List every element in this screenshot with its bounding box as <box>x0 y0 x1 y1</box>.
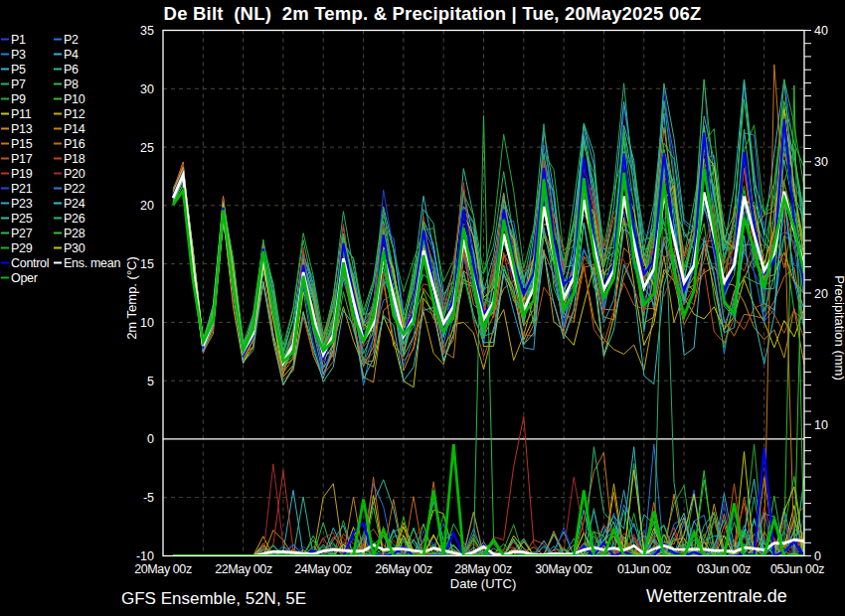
svg-text:10: 10 <box>140 316 154 330</box>
svg-text:GFS Ensemble, 52N, 5E: GFS Ensemble, 52N, 5E <box>121 589 306 608</box>
svg-text:28May 00z: 28May 00z <box>454 562 512 576</box>
svg-text:P21: P21 <box>11 182 33 196</box>
svg-text:40: 40 <box>814 24 828 38</box>
svg-text:35: 35 <box>140 24 154 38</box>
svg-text:Control: Control <box>11 256 49 270</box>
svg-text:-10: -10 <box>136 549 154 563</box>
svg-text:Oper: Oper <box>11 271 38 285</box>
svg-text:P27: P27 <box>11 227 33 240</box>
svg-text:P16: P16 <box>64 137 85 151</box>
svg-text:01Jun 00z: 01Jun 00z <box>617 562 671 576</box>
svg-text:De Bilt (NL) 2m Temp. & Prec: De Bilt (NL) 2m Temp. & Precipitation | … <box>164 3 702 24</box>
svg-text:P23: P23 <box>11 197 33 211</box>
svg-text:P15: P15 <box>11 137 33 151</box>
svg-text:30: 30 <box>140 82 154 96</box>
svg-text:P22: P22 <box>64 182 85 196</box>
svg-text:P18: P18 <box>64 152 85 166</box>
svg-text:P14: P14 <box>64 122 85 136</box>
svg-text:30: 30 <box>814 155 828 169</box>
svg-text:22May 00z: 22May 00z <box>215 562 272 576</box>
svg-text:5: 5 <box>147 375 154 388</box>
svg-text:P4: P4 <box>64 48 79 62</box>
svg-text:P3: P3 <box>11 48 26 62</box>
svg-text:20: 20 <box>140 199 154 213</box>
svg-text:P7: P7 <box>11 77 26 91</box>
svg-text:25: 25 <box>140 141 154 155</box>
svg-text:P13: P13 <box>11 122 33 136</box>
svg-text:P28: P28 <box>64 227 85 240</box>
svg-text:20: 20 <box>814 287 828 301</box>
svg-text:P10: P10 <box>64 92 85 106</box>
svg-text:05Jun 00z: 05Jun 00z <box>770 562 824 576</box>
svg-text:P20: P20 <box>64 167 85 181</box>
svg-text:-5: -5 <box>143 491 154 505</box>
svg-text:2m Temp. (°C): 2m Temp. (°C) <box>124 256 139 340</box>
svg-text:03Jun 00z: 03Jun 00z <box>697 562 751 576</box>
svg-text:Ens. mean: Ens. mean <box>64 256 120 270</box>
svg-text:P5: P5 <box>11 63 26 77</box>
svg-text:P24: P24 <box>64 197 85 211</box>
svg-text:30May 00z: 30May 00z <box>535 562 592 576</box>
svg-text:P6: P6 <box>64 63 79 77</box>
svg-text:P9: P9 <box>11 92 26 106</box>
svg-text:20May 00z: 20May 00z <box>134 562 192 576</box>
svg-text:P8: P8 <box>64 77 79 91</box>
svg-text:0: 0 <box>814 549 821 563</box>
svg-text:Precipitation (mm): Precipitation (mm) <box>832 275 845 380</box>
svg-text:Date (UTC): Date (UTC) <box>450 576 516 591</box>
svg-text:P1: P1 <box>11 33 26 47</box>
svg-text:26May 00z: 26May 00z <box>375 562 432 576</box>
svg-text:P29: P29 <box>11 241 33 255</box>
svg-text:P25: P25 <box>11 212 33 226</box>
svg-text:P19: P19 <box>11 167 33 181</box>
svg-text:P30: P30 <box>64 241 85 255</box>
svg-text:P17: P17 <box>11 152 33 166</box>
svg-text:10: 10 <box>814 418 828 432</box>
svg-text:P2: P2 <box>64 33 79 47</box>
svg-text:0: 0 <box>147 432 154 446</box>
svg-text:P26: P26 <box>64 212 85 226</box>
svg-text:15: 15 <box>140 257 154 271</box>
svg-text:24May 00z: 24May 00z <box>294 562 352 576</box>
svg-text:P12: P12 <box>64 107 85 121</box>
svg-text:Wetterzentrale.de: Wetterzentrale.de <box>646 586 787 606</box>
svg-text:P11: P11 <box>11 107 32 121</box>
